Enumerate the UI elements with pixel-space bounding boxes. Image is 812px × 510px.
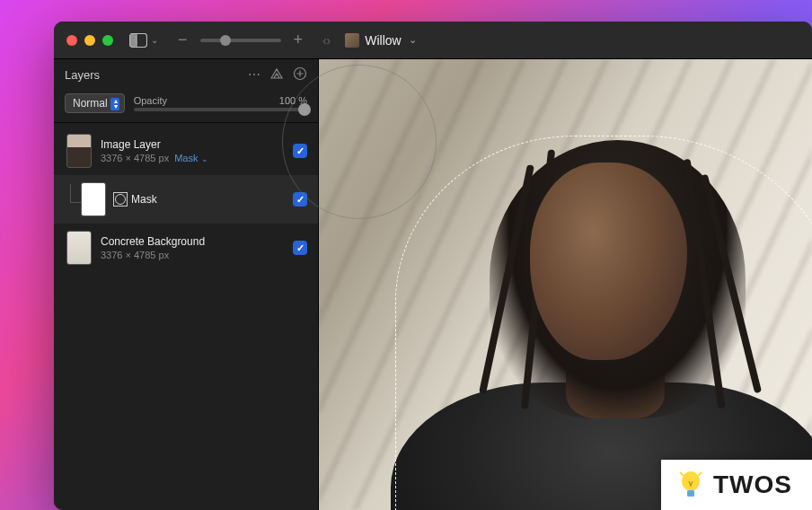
opacity-slider[interactable] xyxy=(134,108,307,111)
mask-icon xyxy=(115,194,126,205)
svg-rect-2 xyxy=(130,34,137,47)
layer-name: Concrete Background xyxy=(101,235,284,248)
layer-controls: Normal ▴▾ Opacity 100 % xyxy=(54,90,318,123)
layers-panel: Layers ⋯ Normal ▴▾ xyxy=(54,59,319,510)
titlebar: ⌄ − + ‹ › Willow ⌄ xyxy=(54,22,812,59)
mask-link[interactable]: Mask ⌄ xyxy=(174,153,207,163)
layer-name: Image Layer xyxy=(101,138,284,151)
sidebar-icon xyxy=(129,33,147,48)
compare-icon[interactable]: ‹ › xyxy=(317,33,334,48)
chevron-down-icon: ⌄ xyxy=(151,35,158,45)
document-thumbnail-icon xyxy=(345,33,359,48)
layers-panel-header: Layers ⋯ xyxy=(54,59,318,90)
watermark: TWOS xyxy=(661,460,812,510)
blend-mode-select[interactable]: Normal ▴▾ xyxy=(65,93,125,113)
zoom-slider[interactable] xyxy=(200,39,281,42)
layer-row-mask[interactable]: Mask ✓ xyxy=(54,175,318,224)
document-name: Willow xyxy=(365,33,401,48)
minimize-button[interactable] xyxy=(84,35,95,46)
selection-outline xyxy=(395,136,812,510)
opacity-control: Opacity 100 % xyxy=(134,95,307,111)
chevron-down-icon: ⌄ xyxy=(409,34,417,46)
layer-dimensions: 3376 × 4785 px xyxy=(101,153,169,163)
layer-row-image[interactable]: Image Layer 3376 × 4785 px Mask ⌄ ✓ xyxy=(54,127,318,175)
layer-thumbnail xyxy=(81,182,106,216)
layer-dimensions: 3376 × 4785 px xyxy=(101,250,284,260)
opacity-label: Opacity xyxy=(134,95,167,106)
layer-thumbnail xyxy=(66,134,92,168)
fullscreen-button[interactable] xyxy=(102,35,113,46)
blend-mode-value: Normal xyxy=(73,97,108,110)
svg-line-7 xyxy=(698,472,702,476)
lightbulb-icon xyxy=(677,469,704,501)
layer-name: Mask xyxy=(115,193,284,206)
watermark-text: TWOS xyxy=(713,470,792,499)
zoom-slider-thumb[interactable] xyxy=(220,35,231,46)
close-button[interactable] xyxy=(66,35,77,46)
document-title-dropdown[interactable]: Willow ⌄ xyxy=(345,33,416,48)
zoom-in-button[interactable]: + xyxy=(290,31,307,49)
layer-thumbnail xyxy=(66,231,92,265)
zoom-controls: − + xyxy=(174,31,306,49)
blend-icon[interactable] xyxy=(269,67,284,83)
subject-image xyxy=(359,109,790,510)
content-area: Layers ⋯ Normal ▴▾ xyxy=(54,59,812,510)
svg-line-6 xyxy=(680,472,684,476)
canvas[interactable] xyxy=(319,59,812,510)
sidebar-toggle-button[interactable]: ⌄ xyxy=(124,30,163,51)
svg-point-4 xyxy=(682,471,700,491)
opacity-slider-thumb[interactable] xyxy=(298,103,311,116)
select-arrows-icon: ▴▾ xyxy=(114,99,118,110)
add-layer-icon[interactable] xyxy=(293,66,307,84)
visibility-checkbox[interactable]: ✓ xyxy=(293,144,307,158)
panel-title: Layers xyxy=(65,68,100,82)
window-controls xyxy=(66,35,113,46)
layer-row-background[interactable]: Concrete Background 3376 × 4785 px ✓ xyxy=(54,224,318,272)
svg-rect-5 xyxy=(687,490,694,497)
layers-list: Image Layer 3376 × 4785 px Mask ⌄ ✓ Mask xyxy=(54,123,318,510)
zoom-out-button[interactable]: − xyxy=(174,31,191,49)
chevron-down-icon: ⌄ xyxy=(201,154,208,163)
visibility-checkbox[interactable]: ✓ xyxy=(293,241,307,255)
panel-options-icon[interactable]: ⋯ xyxy=(248,67,260,82)
visibility-checkbox[interactable]: ✓ xyxy=(293,192,307,207)
app-window: ⌄ − + ‹ › Willow ⌄ Layers ⋯ xyxy=(54,22,812,510)
